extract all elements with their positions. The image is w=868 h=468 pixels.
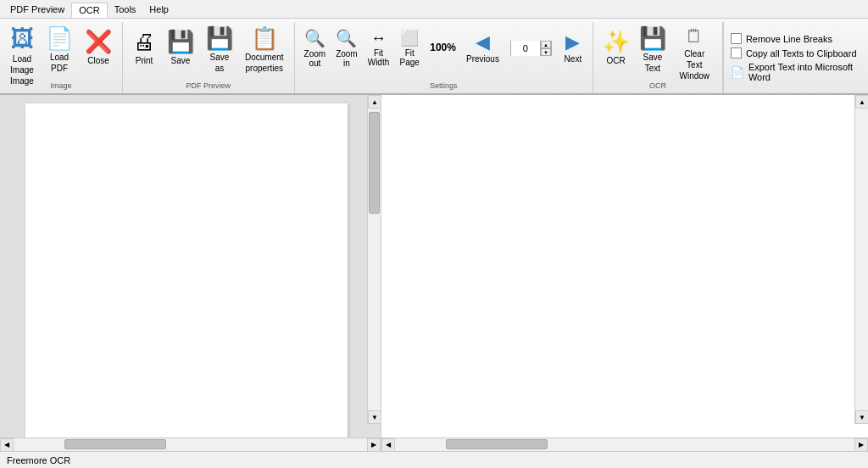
status-text: Freemore OCR: [7, 455, 70, 465]
copy-all-texts-option[interactable]: Copy all Texts to Clipboard: [731, 47, 861, 58]
page-number-input[interactable]: [511, 41, 540, 56]
clear-text-icon: 🗒: [685, 27, 704, 46]
copy-all-texts-checkbox[interactable]: [731, 47, 742, 58]
page-down-arrow[interactable]: ▼: [541, 48, 551, 56]
menu-pdf-preview[interactable]: PDF Preview: [3, 3, 71, 16]
right-hscroll-right-btn[interactable]: ▶: [854, 438, 868, 452]
ribbon-group-image: 🖼 Load Image Image 📄 Load PDF ❌ Close Im…: [0, 22, 123, 93]
left-scrollbar-vertical[interactable]: ▲ ▼: [367, 95, 381, 424]
zoom-out-button[interactable]: 🔍 Zoomout: [300, 24, 331, 73]
menu-help[interactable]: Help: [142, 3, 175, 16]
hscroll-right-btn[interactable]: ▶: [367, 438, 381, 452]
zoom-in-button[interactable]: 🔍 Zoomin: [331, 24, 362, 73]
ribbon-group-settings: 🔍 Zoomout 🔍 Zoomin ↔ FitWidth ⬜ FitPage …: [295, 22, 593, 93]
menu-bar: PDF Preview OCR Tools Help: [0, 0, 868, 19]
right-hscroll-track[interactable]: [395, 438, 854, 451]
next-button[interactable]: ▶ Next: [559, 24, 587, 73]
export-word-option[interactable]: 📄 Export Text into Microsoft Word: [731, 62, 861, 82]
remove-line-breaks-option[interactable]: Remove Line Breaks: [731, 33, 861, 44]
print-icon: 🖨: [133, 31, 155, 53]
scroll-up-btn[interactable]: ▲: [368, 95, 381, 109]
pdf-preview-area: ▲ ▼: [0, 95, 381, 437]
zoom-in-icon: 🔍: [336, 30, 357, 47]
menu-ocr[interactable]: OCR: [71, 3, 107, 18]
left-scrollbar-horizontal: ◀ ▶: [0, 437, 381, 451]
percent-icon: 100%: [430, 42, 456, 53]
save-text-label: SaveText: [643, 52, 663, 74]
ocr-options-panel: Remove Line Breaks Copy all Texts to Cli…: [723, 22, 868, 93]
export-word-label: Export Text into Microsoft Word: [748, 62, 861, 82]
save-text-icon: 💾: [639, 27, 666, 49]
previous-label: Previous: [466, 54, 499, 64]
copy-all-texts-label: Copy all Texts to Clipboard: [746, 48, 857, 58]
ocr-button[interactable]: ✨ OCR: [598, 24, 633, 73]
ribbon-group-ocr: ✨ OCR 💾 SaveText 🗒 Clear TextWindow OCR: [593, 22, 723, 93]
pdf-preview-group-label: PDF Preview: [123, 81, 294, 90]
right-scrollbar-horizontal: ◀ ▶: [381, 437, 868, 451]
fit-page-icon: ⬜: [400, 31, 419, 46]
clear-text-label: Clear TextWindow: [677, 48, 712, 81]
print-label: Print: [136, 55, 153, 66]
scroll-thumb-vertical[interactable]: [369, 112, 380, 214]
doc-properties-label: Document properties: [245, 52, 284, 74]
clear-text-window-button[interactable]: 🗒 Clear TextWindow: [672, 24, 717, 85]
save-as-button[interactable]: 💾 Save as: [201, 24, 238, 77]
save-button[interactable]: 💾 Save: [162, 24, 199, 73]
right-panel: ▲ ▼ ◀ ▶: [381, 95, 868, 451]
close-icon: ❌: [85, 31, 112, 53]
previous-icon: ◀: [476, 33, 490, 52]
load-image-icon: 🖼: [10, 27, 34, 51]
print-button[interactable]: 🖨 Print: [128, 24, 160, 73]
doc-properties-button[interactable]: 📋 Document properties: [240, 24, 289, 77]
remove-line-breaks-checkbox[interactable]: [731, 33, 742, 44]
hscroll-left-btn[interactable]: ◀: [0, 438, 14, 452]
load-pdf-label: Load PDF: [50, 52, 69, 74]
close-button[interactable]: ❌ Close: [80, 24, 117, 73]
hscroll-track[interactable]: [14, 438, 367, 451]
ocr-group-label: OCR: [593, 81, 722, 90]
zoom-in-label: Zoomin: [336, 49, 358, 68]
page-number-control: ▲ ▼: [505, 24, 557, 73]
save-icon: 💾: [167, 31, 194, 53]
fit-width-button[interactable]: ↔ FitWidth: [364, 24, 394, 73]
settings-buttons: 🔍 Zoomout 🔍 Zoomin ↔ FitWidth ⬜ FitPage …: [300, 24, 587, 73]
ocr-wand-icon: ✨: [603, 31, 630, 53]
main-area: ▲ ▼ ◀ ▶ ▲ ▼ ◀: [0, 95, 868, 451]
left-panel: ▲ ▼ ◀ ▶: [0, 95, 381, 451]
zoom-out-label: Zoomout: [304, 49, 326, 68]
previous-button[interactable]: ◀ Previous: [462, 24, 504, 73]
ribbon-group-pdf-preview: 🖨 Print 💾 Save 💾 Save as 📋 Document prop…: [123, 22, 295, 93]
export-word-icon: 📄: [731, 65, 744, 79]
remove-line-breaks-label: Remove Line Breaks: [746, 34, 832, 44]
next-icon: ▶: [565, 33, 580, 52]
save-label: Save: [171, 55, 191, 66]
menu-tools[interactable]: Tools: [108, 3, 143, 16]
doc-properties-icon: 📋: [251, 27, 278, 49]
close-label: Close: [87, 55, 109, 66]
fit-page-label: FitPage: [400, 48, 420, 67]
fit-page-button[interactable]: ⬜ FitPage: [395, 24, 424, 73]
load-image-button[interactable]: 🖼 Load Image Image: [5, 24, 39, 90]
image-group-label: Image: [0, 81, 122, 90]
right-hscroll-thumb[interactable]: [446, 439, 548, 449]
next-label: Next: [565, 54, 582, 64]
pdf-page: [25, 103, 348, 437]
zoom-percent-display: 100%: [426, 24, 460, 73]
ribbon: 🖼 Load Image Image 📄 Load PDF ❌ Close Im…: [0, 19, 868, 95]
scroll-down-btn[interactable]: ▼: [368, 410, 381, 424]
load-pdf-button[interactable]: 📄 Load PDF: [41, 24, 78, 77]
fit-width-icon: ↔: [370, 31, 386, 46]
page-up-arrow[interactable]: ▲: [541, 41, 551, 48]
zoom-out-icon: 🔍: [304, 30, 326, 47]
save-as-icon: 💾: [206, 27, 233, 49]
fit-width-label: FitWidth: [368, 48, 390, 67]
hscroll-thumb[interactable]: [64, 439, 166, 449]
ocr-text-area[interactable]: ▲ ▼: [381, 95, 868, 437]
right-scrollbar-vertical[interactable]: ▲ ▼: [854, 95, 868, 424]
right-hscroll-left-btn[interactable]: ◀: [381, 438, 395, 452]
right-scroll-down-btn[interactable]: ▼: [855, 410, 868, 424]
right-scroll-up-btn[interactable]: ▲: [855, 95, 868, 109]
load-pdf-icon: 📄: [46, 27, 73, 49]
status-bar: Freemore OCR: [0, 451, 868, 468]
save-text-button[interactable]: 💾 SaveText: [635, 24, 670, 77]
